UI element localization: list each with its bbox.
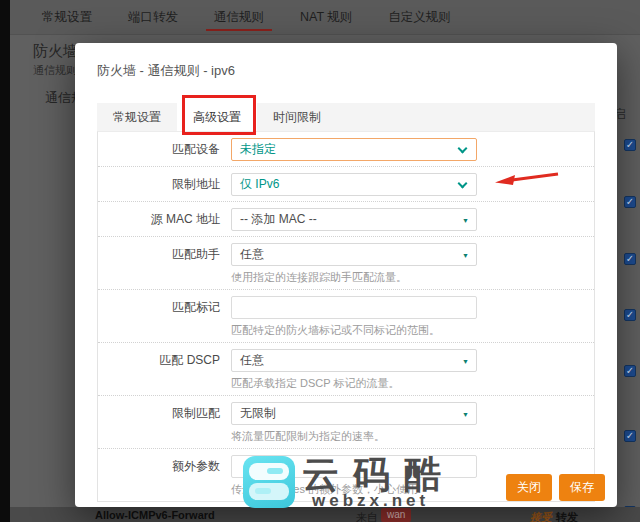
screen: 常规设置端口转发通信规则NAT 规则自定义规则 防火墙 - 通信规则定 通信规则… <box>0 0 640 522</box>
caret-down-icon: ▼ <box>462 350 469 373</box>
form-row-3: 匹配助手任意▼使用指定的连接跟踪助手匹配流量。 <box>98 236 594 289</box>
field-select-6[interactable]: 无限制▼ <box>231 402 477 425</box>
field-label: 源 MAC 地址 <box>98 208 231 231</box>
firewall-rule-modal: 防火墙 - 通信规则 - ipv6 常规设置高级设置时间限制 匹配设备未指定限制… <box>75 43 617 507</box>
field-select-2[interactable]: -- 添加 MAC --▼ <box>231 208 477 231</box>
modal-tab-bar: 常规设置高级设置时间限制 <box>97 103 595 131</box>
rule-name-text: Allow-ICMPv6-Forward <box>95 509 215 521</box>
select-value: 任意 <box>232 350 476 371</box>
field-label: 匹配 DSCP <box>98 349 231 390</box>
field-label: 限制地址 <box>98 173 231 196</box>
select-value: 任意 <box>232 244 476 265</box>
topbar-tab-2[interactable]: 通信规则 <box>202 0 276 34</box>
topbar-tab-1[interactable]: 端口转发 <box>116 0 190 34</box>
form-row-4: 匹配标记匹配特定的防火墙标记或不同标记的范围。 <box>98 289 594 342</box>
rule-enable-checkbox[interactable] <box>624 365 636 377</box>
rule-enable-checkbox[interactable] <box>624 309 636 321</box>
field-label: 匹配助手 <box>98 243 231 284</box>
field-label: 匹配标记 <box>98 296 231 337</box>
topbar-tab-4[interactable]: 自定义规则 <box>376 0 463 34</box>
field-select-0[interactable]: 未指定 <box>231 138 477 161</box>
caret-down-icon: ▼ <box>462 403 469 426</box>
topbar-tab-0[interactable]: 常规设置 <box>30 0 104 34</box>
field-help-text: 使用指定的连接跟踪助手匹配流量。 <box>231 271 477 284</box>
select-value: 未指定 <box>232 139 476 160</box>
caret-down-icon: ▼ <box>462 244 469 267</box>
field-help-text: 将流量匹配限制为指定的速率。 <box>231 430 477 443</box>
field-select-1[interactable]: 仅 IPv6 <box>231 173 477 196</box>
modal-title: 防火墙 - 通信规则 - ipv6 <box>75 43 617 80</box>
rule-enable-checkbox[interactable] <box>624 253 636 265</box>
form-row-0: 匹配设备未指定 <box>98 132 594 166</box>
form-row-5: 匹配 DSCP任意▼匹配承载指定 DSCP 标记的流量。 <box>98 342 594 395</box>
modal-tab-0[interactable]: 常规设置 <box>97 103 177 131</box>
field-help-text: 匹配特定的防火墙标记或不同标记的范围。 <box>231 324 477 337</box>
save-button[interactable]: 保存 <box>559 474 605 501</box>
form-row-6: 限制匹配无限制▼将流量匹配限制为指定的速率。 <box>98 395 594 448</box>
annotation-red-box <box>182 95 256 135</box>
field-select-3[interactable]: 任意▼ <box>231 243 477 266</box>
form-row-2: 源 MAC 地址-- 添加 MAC --▼ <box>98 201 594 236</box>
top-tab-bar: 常规设置端口转发通信规则NAT 规则自定义规则 <box>10 0 640 35</box>
topbar-tab-3[interactable]: NAT 规则 <box>288 0 364 34</box>
select-value: 无限制 <box>232 403 476 424</box>
select-value: -- 添加 MAC -- <box>232 209 476 230</box>
field-help-text: 匹配承载指定 DSCP 标记的流量。 <box>231 377 477 390</box>
close-button[interactable]: 关闭 <box>506 474 552 501</box>
field-input-4[interactable] <box>231 296 477 319</box>
rule-enable-checkbox[interactable] <box>624 430 636 442</box>
caret-down-icon: ▼ <box>462 209 469 232</box>
modal-footer: 关闭 保存 <box>75 468 617 507</box>
rule-enable-checkbox[interactable] <box>624 139 636 151</box>
modal-tab-1[interactable]: 高级设置 <box>177 103 257 131</box>
rule-enable-checkbox[interactable] <box>624 196 636 208</box>
left-edge-strip <box>0 0 10 522</box>
rule-action-text: 接受 <box>530 510 552 522</box>
field-label: 匹配设备 <box>98 138 231 161</box>
modal-tab-2[interactable]: 时间限制 <box>257 103 337 131</box>
zone-badge-wan: wan <box>381 508 411 522</box>
field-label: 限制匹配 <box>98 402 231 443</box>
rule-from-label: 来自 <box>356 510 378 522</box>
field-select-5[interactable]: 任意▼ <box>231 349 477 372</box>
rule-forward-text: 转发 <box>556 510 578 522</box>
red-arrow-annotation <box>492 168 566 190</box>
select-value: 仅 IPv6 <box>232 174 476 195</box>
